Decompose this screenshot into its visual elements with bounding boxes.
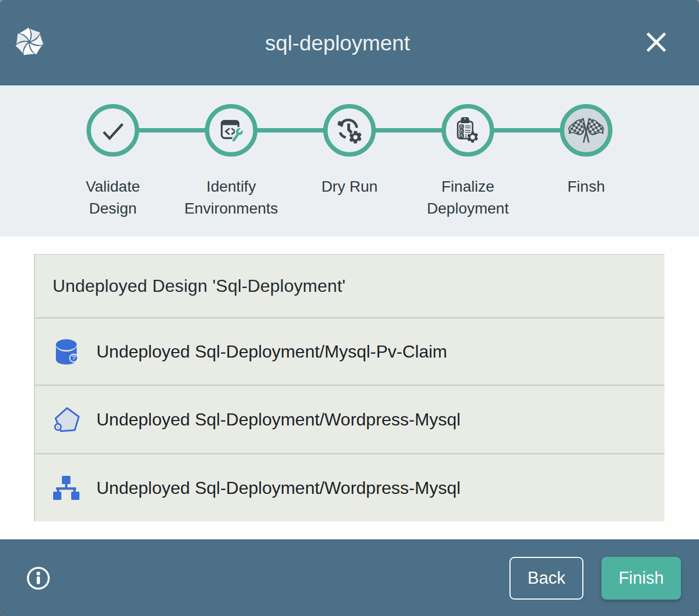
svg-text:?: ? <box>72 354 76 362</box>
